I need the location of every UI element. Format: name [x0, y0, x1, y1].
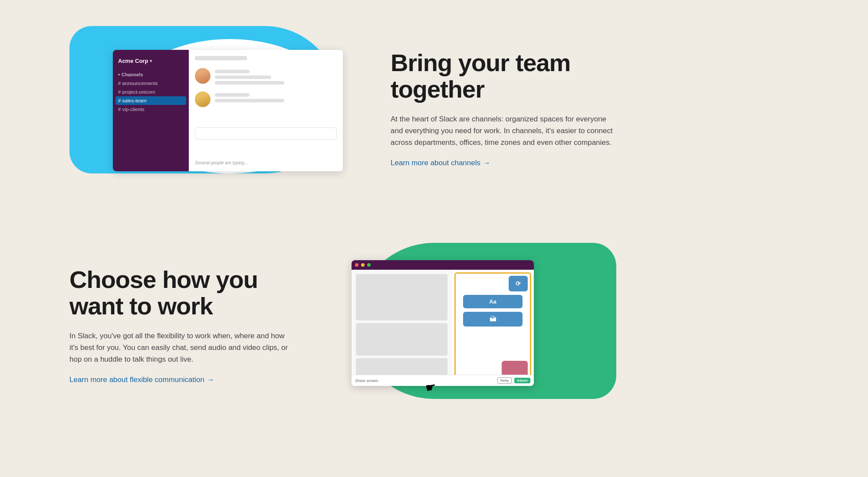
huddle-footer: Share screen Retry Attach [352, 375, 534, 386]
message-lines-2 [215, 91, 284, 102]
msg-line [215, 81, 284, 85]
arrow-icon: → [207, 376, 214, 384]
retry-button[interactable]: Retry [497, 377, 512, 384]
section-2-title: Choose how youwant to work [69, 266, 304, 320]
huddle-right-panel: ⟳ Aa 🏔 [452, 270, 534, 386]
message-lines-1 [215, 68, 284, 85]
workspace-name: Acme Corp ▾ [113, 55, 189, 70]
content-block-2 [356, 323, 447, 356]
mountain-icon: 🏔 [490, 315, 496, 323]
window-header [352, 260, 534, 270]
text-format-card: Aa [463, 295, 523, 308]
section-channels: Acme Corp ▾ ▾ Channels # announcements #… [0, 0, 868, 217]
channel-announcements[interactable]: # announcements [113, 79, 189, 88]
slack-ui-mockup: Acme Corp ▾ ▾ Channels # announcements #… [113, 50, 343, 171]
arrow-icon: → [483, 159, 490, 167]
content-block-1 [356, 274, 447, 320]
typing-indicator: Several people are typing... [195, 157, 337, 165]
section-1-description: At the heart of Slack are channels: orga… [391, 113, 616, 149]
image-card: 🏔 [463, 312, 523, 327]
learn-more-channels-link[interactable]: Learn more about channels → [391, 159, 490, 167]
huddle-body: ⟳ Aa 🏔 [352, 270, 534, 386]
triangle-icon: ▾ [118, 73, 120, 77]
sync-icon-card: ⟳ [509, 276, 528, 291]
message-row-2 [195, 91, 337, 107]
msg-line [215, 99, 284, 102]
minimize-dot [361, 263, 365, 267]
message-input[interactable] [195, 127, 337, 140]
channel-sales-team[interactable]: # sales-team [115, 96, 186, 105]
avatar-2 [195, 91, 210, 107]
msg-line [215, 70, 250, 73]
msg-line [215, 93, 250, 97]
flexible-content: Choose how youwant to work In Slack, you… [69, 266, 304, 385]
share-screen-label: Share screen [355, 379, 378, 383]
channel-vip-clients[interactable]: # vip-clients [113, 105, 189, 114]
person-image-2 [195, 91, 210, 107]
close-dot [355, 263, 358, 267]
huddle-mockup: ⟳ Aa 🏔 Share screen [352, 260, 534, 386]
msg-line [215, 75, 271, 79]
learn-more-flexible-link[interactable]: Learn more about flexible communication … [69, 376, 214, 384]
sync-icon: ⟳ [516, 280, 521, 287]
section-flexible-communication: Choose how youwant to work In Slack, you… [0, 217, 868, 434]
channel-project-unicorn[interactable]: # project-unicorn [113, 88, 189, 96]
channels-illustration: Acme Corp ▾ ▾ Channels # announcements #… [69, 26, 356, 191]
slack-sidebar: Acme Corp ▾ ▾ Channels # announcements #… [113, 50, 189, 171]
maximize-dot [367, 263, 371, 267]
channels-content: Bring your teamtogether At the heart of … [391, 49, 634, 168]
channels-section-label: ▾ Channels [113, 70, 189, 79]
huddle-left-panel [352, 270, 452, 386]
message-row-1 [195, 68, 337, 85]
avatar-1 [195, 68, 210, 84]
section-1-title: Bring your teamtogether [391, 49, 634, 103]
flexible-illustration: ⟳ Aa 🏔 Share screen [339, 243, 616, 408]
slack-top-bar [195, 56, 247, 60]
section-2-description: In Slack, you've got all the flexibility… [69, 330, 295, 366]
person-image-1 [195, 68, 210, 84]
slack-main-area: Several people are typing... [189, 50, 343, 171]
attach-button[interactable]: Attach [514, 378, 530, 383]
workspace-chevron-icon: ▾ [150, 59, 152, 63]
